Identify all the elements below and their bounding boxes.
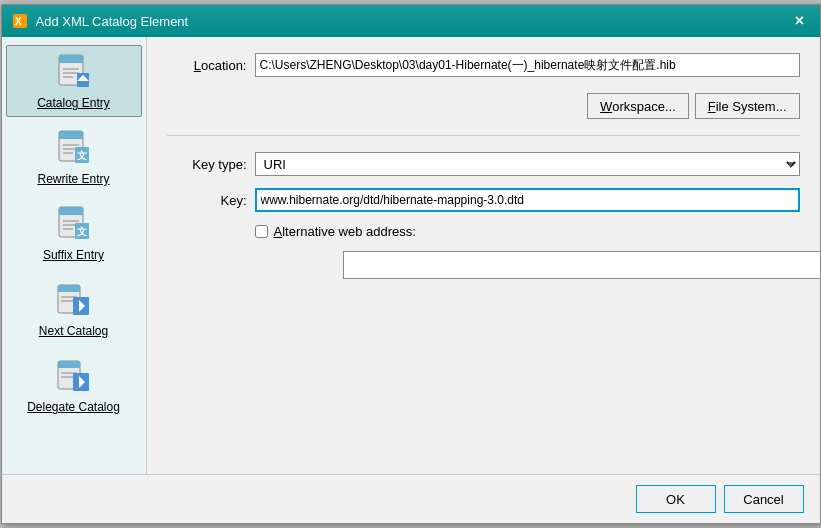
- sidebar-item-suffix-entry-label: Suffix Entry: [43, 248, 104, 262]
- delegate-catalog-icon: [54, 356, 94, 396]
- alt-web-checkbox[interactable]: [255, 225, 268, 238]
- svg-rect-10: [59, 131, 83, 139]
- svg-text:文: 文: [77, 150, 87, 161]
- separator: [167, 135, 800, 136]
- workspace-button[interactable]: Workspace...: [587, 93, 689, 119]
- close-button[interactable]: ×: [790, 11, 810, 31]
- sidebar-item-suffix-entry[interactable]: 文 Suffix Entry: [6, 197, 142, 269]
- sidebar-item-delegate-catalog-label: Delegate Catalog: [27, 400, 120, 414]
- location-label: Location:: [167, 58, 247, 73]
- svg-rect-24: [58, 285, 80, 292]
- sidebar-item-rewrite-entry[interactable]: 文 Rewrite Entry: [6, 121, 142, 193]
- keytype-select-wrapper: URI Public ID System ID ▼: [255, 152, 800, 176]
- cancel-button[interactable]: Cancel: [724, 485, 804, 513]
- key-label: Key:: [167, 193, 247, 208]
- catalog-entry-icon: [54, 52, 94, 92]
- sidebar-item-catalog-entry-label: Catalog Entry: [37, 96, 110, 110]
- alt-web-input[interactable]: [343, 251, 820, 279]
- sidebar-item-next-catalog-label: Next Catalog: [39, 324, 108, 338]
- keytype-row: Key type: URI Public ID System ID ▼: [167, 152, 800, 176]
- svg-rect-30: [58, 361, 80, 368]
- dialog: X Add XML Catalog Element ×: [1, 4, 821, 524]
- title-icon: X: [12, 13, 28, 29]
- main-content: Location: Workspace... File System... Ke…: [147, 37, 820, 474]
- location-row: Location:: [167, 53, 800, 77]
- sidebar-item-delegate-catalog[interactable]: Delegate Catalog: [6, 349, 142, 421]
- svg-text:文: 文: [77, 226, 87, 237]
- alt-web-checkbox-row: Alternative web address:: [255, 224, 800, 239]
- key-input[interactable]: [255, 188, 800, 212]
- location-input[interactable]: [255, 53, 800, 77]
- filesystem-button[interactable]: File System...: [695, 93, 800, 119]
- sidebar: Catalog Entry 文 Rewrite Entry: [2, 37, 147, 474]
- sidebar-item-next-catalog[interactable]: Next Catalog: [6, 273, 142, 345]
- next-catalog-icon: [54, 280, 94, 320]
- svg-text:X: X: [15, 16, 22, 27]
- svg-rect-3: [59, 55, 83, 63]
- ok-button[interactable]: OK: [636, 485, 716, 513]
- dialog-body: Catalog Entry 文 Rewrite Entry: [2, 37, 820, 474]
- title-bar: X Add XML Catalog Element ×: [2, 5, 820, 37]
- rewrite-entry-icon: 文: [54, 128, 94, 168]
- suffix-entry-icon: 文: [54, 204, 94, 244]
- dialog-footer: OK Cancel: [2, 474, 820, 523]
- sidebar-item-rewrite-entry-label: Rewrite Entry: [37, 172, 109, 186]
- location-buttons-row: Workspace... File System...: [167, 93, 800, 119]
- title-bar-left: X Add XML Catalog Element: [12, 13, 189, 29]
- dialog-title: Add XML Catalog Element: [36, 14, 189, 29]
- key-row: Key:: [167, 188, 800, 212]
- keytype-label: Key type:: [167, 157, 247, 172]
- keytype-select[interactable]: URI Public ID System ID: [255, 152, 800, 176]
- svg-rect-17: [59, 207, 83, 215]
- sidebar-item-catalog-entry[interactable]: Catalog Entry: [6, 45, 142, 117]
- alt-web-label: Alternative web address:: [274, 224, 416, 239]
- alt-web-input-wrapper: [255, 251, 800, 279]
